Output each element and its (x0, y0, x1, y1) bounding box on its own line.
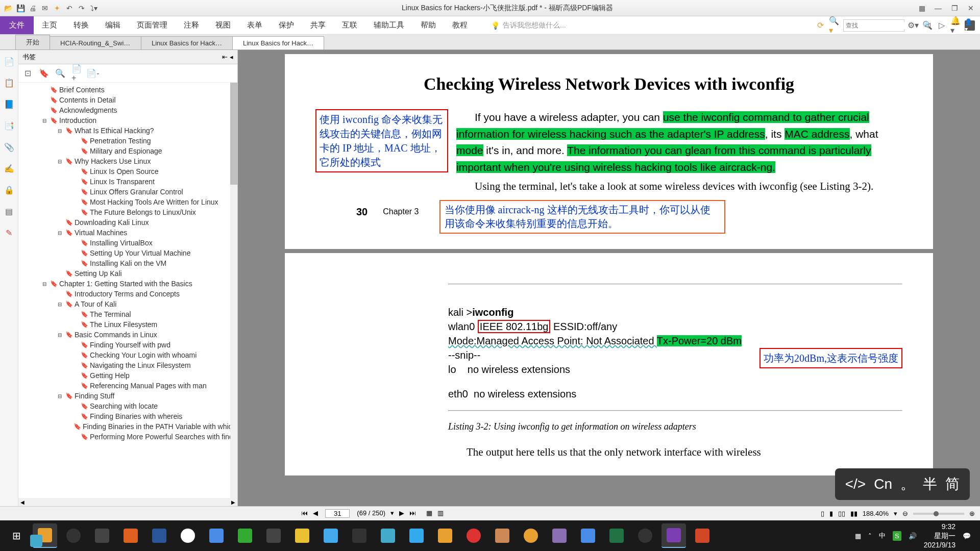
bookmark-item[interactable]: 🔖Installing Kali on the VM (20, 258, 235, 268)
search-icon[interactable]: 🔍▾ (829, 20, 840, 31)
bookmark-item[interactable]: 🔖The Future Belongs to Linux/Unix (20, 207, 235, 217)
page-input[interactable] (325, 509, 350, 518)
tab-doc[interactable]: HCIA-Routing_&_Switc... (50, 36, 141, 49)
taskbar-app[interactable] (490, 523, 514, 548)
taskbar-app[interactable] (404, 523, 429, 548)
clipboard-icon[interactable]: 📋 (3, 77, 15, 89)
prev-view-icon[interactable]: ◁ (922, 20, 933, 31)
find-box[interactable]: 🔍 (843, 19, 904, 32)
tab-start[interactable]: 开始 (15, 35, 50, 49)
bookmark-item[interactable]: 🔖Searching with locate (20, 401, 235, 411)
taskbar-app[interactable] (26, 531, 47, 550)
bookmark-item[interactable]: 🔖Finding Binaries in the PATH Variable w… (20, 421, 235, 432)
taskbar-app[interactable] (547, 523, 572, 548)
menu-item[interactable]: 保护 (271, 16, 302, 34)
tree-expand-icon[interactable]: ⊟ (56, 159, 63, 164)
bookmark-item[interactable]: ⊟🔖Introduction (20, 115, 235, 126)
expand-all-icon[interactable]: ⊡ (22, 68, 33, 79)
edit-icon[interactable]: ✎ (3, 227, 15, 239)
bookmark-item[interactable]: 🔖Acknowledgments (20, 105, 235, 115)
zoom-dropdown-icon[interactable]: ▾ (894, 510, 897, 517)
scroll-left-icon[interactable]: ◀ (18, 499, 27, 505)
bookmark-item[interactable]: 🔖The Linux Filesystem (20, 319, 235, 330)
apps-icon[interactable]: ▦ (916, 3, 928, 13)
ime-indicator[interactable]: </> Cn 。 半 简 (835, 468, 970, 500)
bookmark-item[interactable]: 🔖Setting Up Kali (20, 268, 235, 279)
bookmark-item[interactable]: 🔖Linux Offers Granular Control (20, 187, 235, 197)
bookmark-item[interactable]: 🔖Navigating the Linux Filesystem (20, 360, 235, 370)
bookmark-item[interactable]: 🔖Referencing Manual Pages with man (20, 381, 235, 391)
view-continuous-icon[interactable]: ▮ (829, 510, 833, 517)
layers-icon[interactable]: 📑 (3, 119, 15, 132)
bookmark-search-icon[interactable]: 🔍 (55, 68, 65, 79)
signature-icon[interactable]: ✍ (3, 162, 15, 174)
form-icon[interactable]: ▤ (3, 205, 15, 217)
dropdown-icon[interactable]: ⤵▾ (89, 3, 99, 13)
menu-item[interactable]: 视图 (207, 16, 239, 34)
taskbar-app[interactable] (461, 523, 486, 548)
tell-me-search[interactable]: 💡 告诉我您想做什么... (491, 21, 566, 30)
save-icon[interactable]: 💾 (15, 3, 26, 13)
taskbar-app[interactable] (519, 523, 543, 548)
bookmark-remove-icon[interactable]: 📄- (88, 68, 98, 79)
tab-doc-active[interactable]: Linux Basics for Hackers... ✕ (232, 36, 324, 49)
tray-notifications-icon[interactable]: 💬 (963, 532, 971, 540)
taskbar-app[interactable] (690, 523, 715, 548)
menu-item[interactable]: 教程 (444, 16, 476, 34)
view-mode-icon[interactable]: ▦ (426, 509, 432, 518)
document-content[interactable]: Checking Wireless Network Devices with i… (238, 50, 980, 506)
bookmark-item[interactable]: 🔖Contents in Detail (20, 95, 235, 105)
taskbar-app[interactable] (176, 523, 200, 548)
start-button[interactable]: ⊞ (4, 523, 29, 548)
view-facing-icon[interactable]: ▯▯ (838, 510, 845, 517)
email-icon[interactable]: ✉ (40, 3, 50, 13)
new-icon[interactable]: ✦ (52, 3, 62, 13)
menu-item[interactable]: 表单 (239, 16, 271, 34)
zoom-in-icon[interactable]: ⊕ (969, 510, 975, 517)
tray-clock[interactable]: 9:32 星期一 2021/9/13 (924, 522, 955, 550)
bookmark-item[interactable]: 🔖The Terminal (20, 309, 235, 319)
bookmark-item[interactable]: 🔖Checking Your Login with whoami (20, 350, 235, 360)
view-facing-cont-icon[interactable]: ▮▮ (850, 510, 857, 517)
taskbar-app[interactable] (118, 523, 143, 548)
menu-item[interactable]: 注释 (176, 16, 207, 34)
taskbar-app[interactable] (233, 523, 257, 548)
view-mode-icon[interactable]: ▥ (437, 509, 444, 518)
horizontal-scrollbar[interactable]: ◀ ▶ (18, 498, 237, 506)
menu-item[interactable]: 辅助工具 (365, 16, 412, 34)
bookmark-item[interactable]: 🔖Linux Is Transparent (20, 177, 235, 187)
taskbar-app[interactable] (261, 523, 286, 548)
page-dropdown-icon[interactable]: ▾ (390, 509, 394, 518)
tree-expand-icon[interactable]: ⊟ (56, 302, 63, 307)
book-icon[interactable]: 📘 (3, 98, 15, 110)
scrollbar[interactable] (230, 83, 237, 498)
taskbar-app[interactable] (604, 523, 629, 548)
last-page-icon[interactable]: ⏭ (409, 509, 416, 518)
zoom-thumb[interactable] (934, 511, 939, 516)
tray-volume-icon[interactable]: 🔊 (909, 532, 917, 540)
tray-ime-icon[interactable]: 中 (879, 531, 886, 540)
user-icon[interactable]: 👤▾ (965, 20, 975, 31)
next-page-icon[interactable]: ▶ (399, 509, 404, 518)
zoom-out-icon[interactable]: ⊖ (902, 510, 908, 517)
bookmarks-tree[interactable]: 🔖Brief Contents🔖Contents in Detail🔖Ackno… (18, 83, 237, 498)
menu-item[interactable]: 帮助 (412, 16, 444, 34)
bookmark-item[interactable]: ⊟🔖What Is Ethical Hacking? (20, 126, 235, 136)
bookmark-item[interactable]: 🔖Performing More Powerful Searches with … (20, 432, 235, 442)
taskbar-app[interactable] (576, 523, 600, 548)
new-bookmark-icon[interactable]: 🔖 (39, 68, 49, 79)
prev-page-icon[interactable]: ◀ (313, 509, 318, 518)
tray-app-icon[interactable]: S (893, 531, 901, 541)
view-single-icon[interactable]: ▯ (821, 510, 824, 517)
menu-file[interactable]: 文件 (0, 16, 34, 34)
tray-icon[interactable]: ▦ (855, 532, 861, 540)
taskbar-app[interactable] (147, 523, 172, 548)
tray-expand-icon[interactable]: ˄ (868, 532, 872, 540)
taskbar-app[interactable] (318, 523, 343, 548)
maximize-button[interactable]: ❐ (948, 3, 961, 13)
taskbar-app[interactable] (633, 523, 657, 548)
first-page-icon[interactable]: ⏮ (301, 509, 308, 518)
bookmark-item[interactable]: 🔖Most Hacking Tools Are Written for Linu… (20, 197, 235, 207)
bookmark-item[interactable]: 🔖Brief Contents (20, 85, 235, 95)
lock-icon[interactable]: 🔒 (3, 184, 15, 196)
